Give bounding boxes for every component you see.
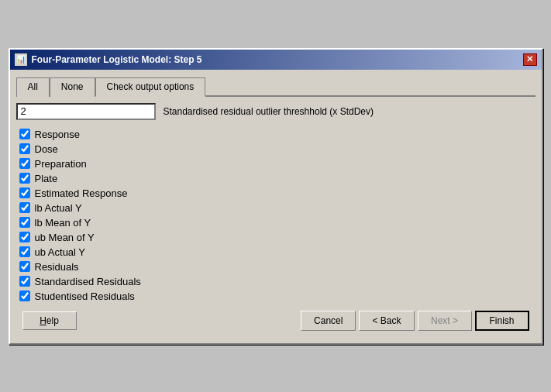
checkbox-ub-mean-y-label: ub Mean of Y	[35, 232, 95, 243]
checkbox-lb-actual-y-label: lb Actual Y	[35, 202, 82, 214]
tab-bar: All None Check output options	[16, 76, 536, 97]
threshold-label: Standardised residual outlier threshhold…	[164, 106, 374, 117]
checkbox-response-input[interactable]	[19, 129, 30, 139]
footer: Help Cancel < Back Next > Finish	[16, 303, 536, 337]
close-button[interactable]: ✕	[523, 53, 537, 66]
checkbox-preparation-label: Preparation	[35, 158, 87, 170]
checkbox-estimated-response-label: Estimated Response	[35, 187, 128, 199]
checkbox-ub-actual-y: ub Actual Y	[19, 246, 536, 259]
app-icon: 📊	[15, 53, 27, 66]
checkbox-dose-input[interactable]	[19, 143, 30, 154]
checkbox-lb-actual-y: lb Actual Y	[19, 201, 536, 215]
checkbox-plate-input[interactable]	[19, 173, 30, 184]
cancel-button[interactable]: Cancel	[301, 311, 356, 331]
checkbox-preparation: Preparation	[19, 157, 536, 170]
checkbox-lb-actual-y-input[interactable]	[19, 202, 30, 213]
finish-button[interactable]: Finish	[475, 311, 529, 331]
checkbox-response: Response	[19, 128, 536, 141]
checkbox-lb-mean-y-label: lb Mean of Y	[35, 217, 91, 229]
title-bar-left: 📊 Four-Parameter Logistic Model: Step 5	[15, 53, 202, 66]
checkbox-residuals-label: Residuals	[35, 261, 79, 273]
checkbox-studentised-residuals-input[interactable]	[19, 291, 30, 301]
main-window: 📊 Four-Parameter Logistic Model: Step 5 …	[9, 48, 543, 345]
checkboxes-list: Response Dose Preparation Plate Estimate…	[16, 128, 536, 303]
checkbox-ub-mean-y: ub Mean of Y	[19, 231, 536, 244]
checkbox-response-label: Response	[35, 129, 81, 140]
checkbox-dose: Dose	[19, 143, 536, 156]
checkbox-plate-label: Plate	[35, 173, 58, 184]
checkbox-standardised-residuals-input[interactable]	[19, 276, 30, 287]
checkbox-studentised-residuals-label: Studentised Residuals	[35, 291, 135, 302]
checkbox-estimated-response: Estimated Response	[19, 187, 536, 200]
threshold-row: Standardised residual outlier threshhold…	[16, 103, 536, 120]
checkbox-dose-label: Dose	[35, 143, 58, 155]
title-bar: 📊 Four-Parameter Logistic Model: Step 5 …	[10, 50, 542, 70]
checkbox-estimated-response-input[interactable]	[19, 187, 30, 198]
checkbox-lb-mean-y: lb Mean of Y	[19, 216, 536, 229]
checkbox-ub-actual-y-label: ub Actual Y	[35, 246, 86, 258]
checkbox-residuals: Residuals	[19, 260, 536, 273]
back-button[interactable]: < Back	[359, 311, 414, 331]
checkbox-ub-actual-y-input[interactable]	[19, 246, 30, 257]
checkbox-ub-mean-y-input[interactable]	[19, 232, 30, 242]
help-button[interactable]: Help	[22, 311, 77, 330]
window-body: All None Check output options Standardis…	[10, 70, 542, 343]
tab-all[interactable]: All	[16, 77, 50, 97]
checkbox-lb-mean-y-input[interactable]	[19, 217, 30, 228]
tab-check-output[interactable]: Check output options	[95, 77, 206, 97]
footer-left-buttons: Help	[22, 311, 77, 330]
window-title: Four-Parameter Logistic Model: Step 5	[32, 54, 202, 65]
checkbox-standardised-residuals: Standardised Residuals	[19, 275, 536, 288]
threshold-input[interactable]	[16, 103, 156, 120]
checkbox-plate: Plate	[19, 172, 536, 185]
checkbox-standardised-residuals-label: Standardised Residuals	[35, 276, 141, 287]
checkbox-residuals-input[interactable]	[19, 261, 30, 272]
checkbox-studentised-residuals: Studentised Residuals	[19, 290, 536, 303]
footer-right-buttons: Cancel < Back Next > Finish	[301, 311, 529, 331]
checkbox-preparation-input[interactable]	[19, 158, 30, 169]
tab-none[interactable]: None	[50, 77, 95, 97]
next-button[interactable]: Next >	[418, 311, 472, 331]
